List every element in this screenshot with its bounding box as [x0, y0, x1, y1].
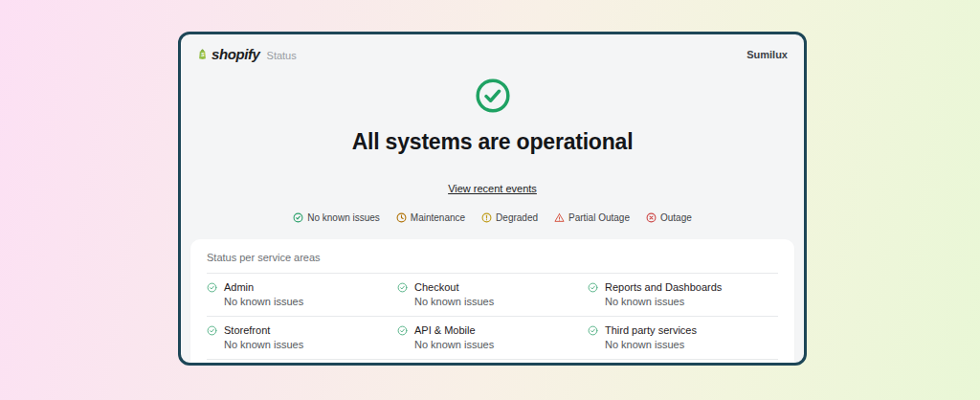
view-recent-events-link[interactable]: View recent events	[448, 183, 537, 194]
legend-label: Maintenance	[411, 212, 465, 223]
legend-item: Degraded	[481, 212, 538, 223]
service-status: No known issues	[224, 296, 397, 307]
brand-wordmark: shopify	[212, 46, 260, 62]
service-cell: Reports and Dashboards No known issues	[588, 281, 778, 307]
service-row: Support No known issues Point of sale No…	[207, 360, 778, 366]
check-circle-icon	[207, 325, 217, 336]
status-page-card: S shopify Status Sumilux All systems are…	[178, 32, 807, 366]
service-status: No known issues	[414, 339, 588, 350]
check-circle-icon	[181, 78, 804, 118]
clock-icon	[396, 212, 407, 223]
shopify-bag-icon: S	[197, 49, 208, 59]
page-title: All systems are operational	[181, 129, 804, 155]
legend-item: No known issues	[293, 212, 380, 223]
service-name: Checkout	[414, 281, 458, 293]
service-status: No known issues	[224, 339, 397, 350]
svg-text:S: S	[201, 52, 205, 57]
legend-item: Partial Outage	[554, 212, 630, 223]
check-circle-icon	[397, 325, 408, 336]
service-name: API & Mobile	[414, 324, 476, 336]
check-circle-icon	[207, 282, 217, 293]
header: S shopify Status Sumilux	[181, 34, 804, 62]
check-circle-icon	[397, 282, 408, 293]
service-name: Reports and Dashboards	[605, 281, 722, 293]
brand-subtitle: Status	[267, 48, 297, 61]
service-status: No known issues	[605, 296, 778, 307]
service-cell: Third party services No known issues	[588, 324, 778, 350]
x-circle-icon	[646, 212, 657, 223]
shopify-logo-link[interactable]: S shopify Status	[197, 46, 297, 62]
status-legend: No known issues Maintenance Degraded Par…	[181, 212, 804, 223]
legend-label: Degraded	[496, 212, 538, 223]
warning-triangle-icon	[554, 212, 565, 223]
check-circle-icon	[588, 282, 598, 293]
legend-label: Outage	[660, 212, 692, 223]
legend-item: Outage	[646, 212, 692, 223]
service-cell: Admin No known issues	[207, 281, 397, 307]
check-circle-icon	[293, 212, 303, 223]
services-panel: Status per service areas Admin No known …	[190, 239, 794, 366]
service-cell: Checkout No known issues	[397, 281, 588, 307]
alert-circle-icon	[481, 212, 492, 223]
check-circle-icon	[588, 325, 598, 336]
service-status: No known issues	[414, 296, 588, 307]
service-status: No known issues	[605, 339, 778, 350]
service-cell: API & Mobile No known issues	[397, 324, 588, 350]
service-row: Storefront No known issues API & Mobile …	[207, 317, 778, 360]
hero-section: All systems are operational View recent …	[181, 62, 804, 223]
account-name: Sumilux	[746, 49, 788, 60]
service-name: Third party services	[605, 324, 697, 336]
legend-label: Partial Outage	[568, 212, 630, 223]
service-row: Admin No known issues Checkout No known …	[207, 274, 778, 317]
legend-label: No known issues	[307, 212, 380, 223]
service-name: Admin	[224, 281, 254, 293]
legend-item: Maintenance	[396, 212, 465, 223]
service-cell: Storefront No known issues	[207, 324, 397, 350]
service-name: Storefront	[224, 324, 270, 336]
section-title: Status per service areas	[207, 252, 778, 274]
